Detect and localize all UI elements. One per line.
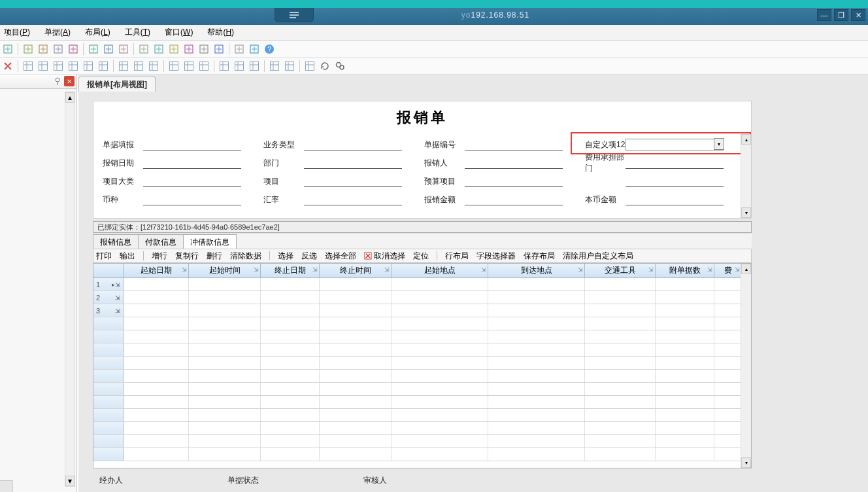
toolbar-separator [163, 60, 164, 72]
svg-rect-22 [84, 62, 93, 70]
window-controls: — ❐ ✕ [817, 9, 865, 21]
toolbar-separator [113, 60, 114, 72]
ip-prefix: yo [461, 10, 471, 20]
svg-rect-32 [250, 62, 259, 70]
svg-rect-35 [306, 62, 314, 70]
layout-tool-button[interactable] [167, 60, 180, 73]
svg-point-37 [340, 65, 344, 69]
layout-tool-button[interactable] [268, 60, 281, 73]
maximize-button[interactable]: ❐ [834, 9, 848, 21]
layout-tool-button[interactable] [97, 60, 110, 73]
toolbar-button[interactable] [117, 43, 130, 56]
window-titlebar: yo192.168.98.51 — ❐ ✕ [0, 8, 868, 25]
menu-item[interactable]: 项目(P) [1, 26, 33, 39]
menu-item[interactable]: 工具(T) [122, 26, 153, 39]
menu-item[interactable]: 布局(L) [82, 26, 113, 39]
toolbar-separator [133, 43, 134, 55]
toolbar-separator [229, 43, 229, 55]
toolbar-button[interactable] [37, 43, 50, 56]
toolbar-separator [264, 60, 265, 72]
toolbar-separator [214, 60, 214, 72]
toolbar-button[interactable] [152, 43, 165, 56]
svg-text:?: ? [267, 45, 271, 53]
menu-item[interactable]: 窗口(W) [162, 26, 195, 39]
refresh-icon[interactable] [318, 60, 331, 73]
svg-rect-30 [220, 62, 229, 70]
toolbar-separator [18, 43, 18, 55]
layout-tool-button[interactable] [248, 60, 261, 73]
svg-rect-26 [150, 62, 158, 70]
svg-rect-33 [271, 62, 279, 70]
toolbar-button[interactable] [102, 43, 115, 56]
toolbar-button[interactable] [1, 43, 14, 56]
close-icon[interactable] [1, 60, 14, 73]
layout-tool-button[interactable] [37, 60, 50, 73]
toolbar-button[interactable] [248, 43, 261, 56]
toolbar-button[interactable] [137, 43, 150, 56]
svg-rect-25 [135, 62, 143, 70]
svg-rect-29 [200, 62, 209, 70]
toolbar-button[interactable] [167, 43, 180, 56]
toolbar-separator [83, 43, 84, 55]
toolbar-button[interactable] [197, 43, 210, 56]
toolbar-button[interactable] [182, 43, 195, 56]
svg-rect-31 [235, 62, 244, 70]
toolbar-separator [299, 60, 300, 72]
svg-rect-34 [286, 62, 294, 70]
layout-tool-button[interactable] [147, 60, 160, 73]
svg-rect-20 [54, 62, 63, 70]
layout-tool-button[interactable] [233, 60, 246, 73]
ip-text: 192.168.98.51 [471, 10, 529, 20]
toolbar-row-2 [0, 58, 868, 75]
layout-tool-button[interactable] [22, 60, 35, 73]
svg-rect-27 [170, 62, 178, 70]
layout-tool-button[interactable] [182, 60, 195, 73]
toolbar-button[interactable] [87, 43, 100, 56]
find-icon[interactable] [333, 60, 346, 73]
titlebar-ip: yo192.168.98.51 [461, 10, 529, 20]
layout-tool-button[interactable] [283, 60, 296, 73]
menu-item[interactable]: 单据(A) [42, 26, 73, 39]
svg-rect-21 [69, 62, 78, 70]
titlebar-nub-icon [275, 8, 314, 22]
layout-tool-button[interactable] [303, 60, 316, 73]
toolbar-button[interactable] [233, 43, 246, 56]
top-accent-bar [0, 0, 868, 8]
layout-tool-button[interactable] [117, 60, 130, 73]
close-button[interactable]: ✕ [851, 9, 865, 21]
toolbar-separator [18, 60, 18, 72]
svg-rect-23 [99, 62, 108, 70]
toolbar-button[interactable] [52, 43, 65, 56]
layout-tool-button[interactable] [82, 60, 95, 73]
layout-tool-button[interactable] [52, 60, 65, 73]
toolbar-row-1: ? [0, 41, 868, 58]
svg-rect-18 [24, 62, 33, 70]
layout-tool-button[interactable] [67, 60, 80, 73]
minimize-button[interactable]: — [817, 9, 831, 21]
svg-rect-24 [120, 62, 128, 70]
toolbar-button[interactable] [67, 43, 80, 56]
layout-tool-button[interactable] [132, 60, 145, 73]
svg-rect-19 [39, 62, 48, 70]
svg-rect-28 [185, 62, 193, 70]
menu-bar: 项目(P)单据(A)布局(L)工具(T)窗口(W)帮助(H) [0, 25, 868, 41]
layout-tool-button[interactable] [197, 60, 210, 73]
layout-tool-button[interactable] [218, 60, 231, 73]
toolbar-button[interactable] [22, 43, 35, 56]
help-icon[interactable]: ? [263, 43, 276, 56]
menu-item[interactable]: 帮助(H) [205, 26, 237, 39]
toolbar-button[interactable] [212, 43, 225, 56]
